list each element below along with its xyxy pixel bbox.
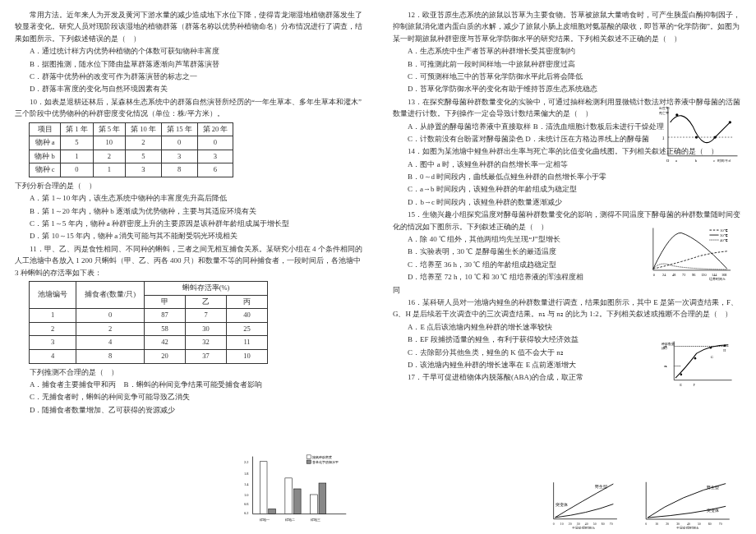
table-row: 物种 a 5 10 2 0 0 <box>30 136 233 150</box>
svg-text:培养时间/h: 培养时间/h <box>708 277 725 281</box>
q12-opt-a: A．生态系统中生产者苔草的种群增长受其密度制约 <box>393 45 741 57</box>
q12-opt-b: B．可推测此前一段时间样地一中旅鼠种群密度过高 <box>393 58 741 70</box>
q14-opt-b: B．0～d 时间段内，曲线最低点鲤鱼种群的自然增长率小于零 <box>393 171 631 182</box>
svg-rect-13 <box>319 483 326 514</box>
q16-opt-d: D．该池塘内鲤鱼种群的增长速率在 E 点前逐渐增大 <box>393 359 639 371</box>
svg-point-65 <box>694 357 697 360</box>
svg-text:20: 20 <box>666 522 669 526</box>
svg-point-66 <box>710 347 712 349</box>
svg-text:1: 1 <box>662 136 665 140</box>
svg-text:野生型: 野生型 <box>707 485 719 490</box>
table-q10: 项目 第 1 年 第 5 年 第 10 年 第 15 年 第 20 年 物种 a… <box>29 122 233 177</box>
svg-text:24: 24 <box>662 273 666 277</box>
svg-text:120: 120 <box>701 273 706 277</box>
svg-text:b: b <box>695 159 698 163</box>
svg-text:O: O <box>666 159 670 163</box>
svg-point-27 <box>714 136 717 138</box>
svg-text:1.8: 1.8 <box>244 472 249 476</box>
q16-opt-a: A．E 点后该池塘内鲤鱼种群的增长速率较快 <box>393 321 639 333</box>
svg-text:H: H <box>723 348 726 352</box>
table-row: 3 4 42 32 11 <box>30 336 268 350</box>
svg-text:0.6: 0.6 <box>244 502 249 506</box>
svg-point-28 <box>729 121 731 123</box>
svg-text:种群数量: 种群数量 <box>662 342 675 346</box>
svg-text:样地二: 样地二 <box>285 518 295 522</box>
table-row: 2 2 58 30 25 <box>30 322 268 336</box>
q11-opt-c: C．无捕食者时，蝌蚪的种间竞争可能导致乙消失 <box>15 391 363 403</box>
q10-stem: 10．如表是退耕还林后，某森林生态系统中的群落自然演替所经历的“一年生草本、多年… <box>15 96 363 120</box>
svg-text:时间/年: 时间/年 <box>717 159 728 163</box>
table-row: 1 0 87 7 40 <box>30 309 268 323</box>
svg-text:10℃: 10℃ <box>720 228 727 232</box>
svg-text:n₁: n₁ <box>664 364 667 368</box>
svg-text:苔草化学防御水平: 苔草化学防御水平 <box>312 460 339 464</box>
table-row: 物种 b 1 2 5 3 3 <box>30 150 233 163</box>
q15-opt-d: D．培养至 72 h，10 ℃ 和 30 ℃ 组培养液的浑浊程度相 <box>393 271 623 283</box>
svg-text:1.0: 1.0 <box>244 493 249 497</box>
q14-opt-a: A．图中 a 时，该鲤鱼种群的自然增长率一定相等 <box>393 159 631 170</box>
q15-opt-c: C．培养至 36 h，30 ℃ 组的年龄组成趋稳定型 <box>393 259 623 270</box>
q16-stem: 16．某科研人员对一池塘内鲤鱼的种群数量进行调查，结果如图所示，其中 E 是第一… <box>393 297 741 320</box>
curve-q15-icon: 0 24 48 72 96 120 144 168 培养时间/h 10℃ 30℃… <box>643 222 741 283</box>
q9-opt-c: C．群落中优势种的改变可作为群落演替的标志之一 <box>15 71 363 82</box>
q10-opt-b: B．第 1～20 年内，物种 b 逐渐成为优势物种，主要与其适应环境有关 <box>15 205 363 217</box>
q11-opt-d: D．随捕食者数量增加、乙可获得的资源减少 <box>15 404 363 416</box>
curve-q16-icon: n₁ n₂ E F G H 种群数量 (条) <box>659 339 741 389</box>
svg-text:d: d <box>729 159 731 163</box>
svg-rect-8 <box>260 462 267 514</box>
svg-text:2.2: 2.2 <box>244 460 248 464</box>
q9-opt-a: A．通过统计样方内优势种植物的个体数可获知物种丰富度 <box>15 45 363 57</box>
svg-rect-10 <box>285 478 293 514</box>
svg-text:70: 70 <box>719 522 722 526</box>
q14-opt-c: C．a→b 时间段内，该鲤鱼种群的年龄组成为稳定型 <box>393 183 631 195</box>
svg-text:60: 60 <box>708 522 712 526</box>
svg-point-26 <box>695 136 698 138</box>
curve-q14-icon: 1 O a b c d 时间/年 出生率/ 死亡率 <box>659 103 741 164</box>
svg-text:E: E <box>680 383 682 387</box>
svg-text:1.4: 1.4 <box>244 482 249 486</box>
q9-intro: 常用方法。近年来人为开发及黄河下游水量的减少造成地下水位下降，使得青龙湖湿地植物… <box>15 9 363 44</box>
svg-text:干旱处理时间/h: 干旱处理时间/h <box>572 526 594 529</box>
table-row: 4 8 20 37 10 <box>30 349 268 363</box>
svg-text:96: 96 <box>692 273 695 277</box>
svg-rect-9 <box>269 509 276 514</box>
svg-text:0: 0 <box>653 273 655 277</box>
svg-text:48: 48 <box>672 273 675 277</box>
svg-rect-11 <box>293 489 301 514</box>
q12-opt-c: C．可预测样地三中的苔草化学防御水平此后将会降低 <box>393 71 741 82</box>
svg-point-64 <box>680 374 683 376</box>
svg-text:20: 20 <box>569 522 572 526</box>
svg-text:0.2: 0.2 <box>244 511 248 515</box>
q16-opt-b: B．EF 段捕捞适量的鲤鱼，有利于获得较大经济效益 <box>393 334 639 345</box>
svg-text:40℃: 40℃ <box>720 238 727 242</box>
svg-text:30℃: 30℃ <box>720 233 727 237</box>
svg-text:0: 0 <box>645 522 647 526</box>
q10-opt-d: D．第 10～15 年内，物种 a 消失可能与其不能耐受弱光环境相关 <box>15 230 363 242</box>
svg-point-25 <box>675 113 678 116</box>
svg-text:旅鼠种群密度: 旅鼠种群密度 <box>312 455 332 459</box>
svg-text:死亡率: 死亡率 <box>659 111 669 115</box>
q11-stem: 11．甲、乙、丙是食性相同、不同种的蝌蚪，三者之间无相互捕食关系。某研究小组在 … <box>15 243 363 279</box>
svg-text:样地三: 样地三 <box>311 518 320 522</box>
svg-text:144: 144 <box>712 273 717 277</box>
svg-text:G: G <box>711 355 713 359</box>
table-row: 池塘编号 捕食者(数量/只) 蝌蚪存活率(%) <box>30 282 268 296</box>
bar-chart-icon: 2.2 1.8 1.4 1.0 0.6 0.2 样地一 样地二 样地三 旅鼠种群… <box>238 452 353 526</box>
q15-end: 同 <box>393 284 741 296</box>
q15-opt-a: A．除 40 ℃ 组外，其他两组均先呈现“J”型增长 <box>393 233 623 245</box>
svg-text:a: a <box>675 159 677 163</box>
right-column: 12．欧亚苔原生态系统的旅鼠以苔草为主要食物。苔草被旅鼠大量啃食时，可产生胰蛋白… <box>378 0 756 534</box>
svg-text:野生型: 野生型 <box>595 484 607 489</box>
table-row: 项目 第 1 年 第 5 年 第 10 年 第 15 年 第 20 年 <box>30 122 233 136</box>
q16-opt-c: C．去除部分其他鱼类，鲤鱼的 K 值不会大于 n₂ <box>393 347 639 358</box>
svg-rect-12 <box>311 495 318 514</box>
q10-opt-c: C．第 1～5 年内，物种 a 种群密度上升的主要原因是该种群年龄组成属于增长型 <box>15 218 363 229</box>
svg-text:168: 168 <box>721 273 726 277</box>
curve-q17b-icon: 野生型 突变体 0 10 20 30 40 50 60 70 干旱处理时间/h <box>634 480 741 529</box>
svg-text:0: 0 <box>553 522 555 526</box>
svg-text:60: 60 <box>602 522 605 526</box>
left-column: 常用方法。近年来人为开发及黄河下游水量的减少造成地下水位下降，使得青龙湖湿地植物… <box>0 0 378 534</box>
table-row: 物种 c 0 1 3 8 6 <box>30 163 233 177</box>
q14-opt-d: D．b→c 时间段内，该鲤鱼种群的数量逐渐减少 <box>393 196 631 208</box>
svg-rect-19 <box>307 460 311 463</box>
